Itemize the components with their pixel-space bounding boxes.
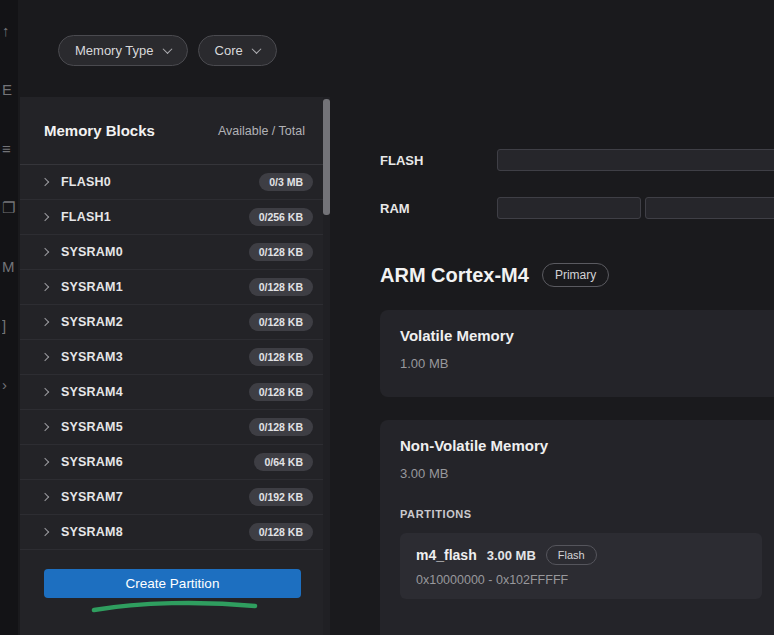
memory-block-name: SYSRAM4 <box>61 385 249 399</box>
nonvolatile-memory-card: Non-Volatile Memory 3.00 MB PARTITIONS m… <box>380 420 774 635</box>
memory-block-name: SYSRAM0 <box>61 245 249 259</box>
chevron-right-icon <box>42 529 61 535</box>
topbar: Memory Type Core <box>58 35 277 66</box>
m-icon: M <box>2 258 18 275</box>
partition-type-badge: Flash <box>546 545 597 565</box>
memory-block-row[interactable]: SYSRAM80/128 KB <box>20 515 325 550</box>
chevron-right-icon <box>42 424 61 430</box>
memory-blocks-header: Memory Blocks Available / Total <box>20 97 325 165</box>
memory-block-name: SYSRAM2 <box>61 315 249 329</box>
core-filter-label: Core <box>215 43 243 58</box>
memory-type-filter[interactable]: Memory Type <box>58 35 188 66</box>
memory-usage-badge: 0/128 KB <box>249 243 313 261</box>
core-name: ARM Cortex-M4 <box>380 264 529 287</box>
flash-gauge-bar <box>497 149 774 171</box>
memory-block-name: SYSRAM8 <box>61 525 249 539</box>
chevron-right-icon: › <box>2 376 18 393</box>
chevron-right-icon <box>42 354 61 360</box>
export-icon: E <box>2 81 18 98</box>
arrow-up-icon: ↑ <box>2 22 18 39</box>
memory-block-row[interactable]: SYSRAM60/64 KB <box>20 445 325 480</box>
memory-usage-badge: 0/128 KB <box>249 313 313 331</box>
activity-rail: ↑E≡❐M]› <box>0 0 18 635</box>
memory-block-row[interactable]: SYSRAM20/128 KB <box>20 305 325 340</box>
window-icon: ❐ <box>2 199 18 217</box>
chevron-right-icon <box>42 179 61 185</box>
memory-usage-badge: 0/128 KB <box>249 278 313 296</box>
memory-block-row[interactable]: SYSRAM70/192 KB <box>20 480 325 515</box>
memory-block-row[interactable]: SYSRAM10/128 KB <box>20 270 325 305</box>
memory-usage-badge: 0/3 MB <box>259 173 313 191</box>
chevron-down-icon <box>162 44 172 54</box>
primary-badge: Primary <box>542 263 609 287</box>
nonvolatile-memory-title: Non-Volatile Memory <box>400 437 762 455</box>
chevron-right-icon <box>42 459 61 465</box>
create-partition-button[interactable]: Create Partition <box>44 569 301 598</box>
bracket-icon: ] <box>2 317 18 334</box>
memory-block-row[interactable]: SYSRAM40/128 KB <box>20 375 325 410</box>
chevron-right-icon <box>42 284 61 290</box>
detail-content: FLASH RAM ARM Cortex-M4 Primary Volatile… <box>380 0 774 635</box>
chevron-right-icon <box>42 494 61 500</box>
app: { "topbar": { "filters": [ { "label": "M… <box>0 0 774 635</box>
chevron-right-icon <box>42 389 61 395</box>
memory-usage-badge: 0/256 KB <box>249 208 313 226</box>
panel-scrollbar[interactable] <box>323 97 330 635</box>
partition-address-range: 0x10000000 - 0x102FFFFF <box>416 573 746 587</box>
scrollbar-thumb[interactable] <box>323 99 330 215</box>
flash-gauge-label: FLASH <box>380 153 423 168</box>
memory-usage-badge: 0/128 KB <box>249 383 313 401</box>
chevron-down-icon <box>251 44 261 54</box>
memory-block-row[interactable]: SYSRAM50/128 KB <box>20 410 325 445</box>
panel-title: Memory Blocks <box>44 122 155 139</box>
volatile-memory-title: Volatile Memory <box>400 327 762 345</box>
panel-subtitle: Available / Total <box>218 124 305 138</box>
memory-block-row[interactable]: SYSRAM30/128 KB <box>20 340 325 375</box>
memory-block-list: FLASH00/3 MBFLASH10/256 KBSYSRAM00/128 K… <box>20 165 325 550</box>
partition-name: m4_flash <box>416 547 477 563</box>
memory-block-name: FLASH0 <box>61 175 259 189</box>
memory-block-row[interactable]: FLASH00/3 MB <box>20 165 325 200</box>
memory-usage-badge: 0/64 KB <box>254 453 313 471</box>
memory-usage-badge: 0/192 KB <box>249 488 313 506</box>
partitions-label: PARTITIONS <box>400 508 762 521</box>
memory-usage-badge: 0/128 KB <box>249 348 313 366</box>
core-heading-row: ARM Cortex-M4 Primary <box>380 263 609 287</box>
partition-item[interactable]: m4_flash 3.00 MB Flash 0x10000000 - 0x10… <box>400 533 762 599</box>
chevron-right-icon <box>42 319 61 325</box>
memory-block-row[interactable]: SYSRAM00/128 KB <box>20 235 325 270</box>
memory-block-name: SYSRAM3 <box>61 350 249 364</box>
memory-block-name: FLASH1 <box>61 210 249 224</box>
nonvolatile-memory-size: 3.00 MB <box>400 466 762 482</box>
volatile-memory-card: Volatile Memory 1.00 MB <box>380 310 774 397</box>
memory-type-filter-label: Memory Type <box>75 43 154 58</box>
memory-block-name: SYSRAM6 <box>61 455 254 469</box>
memory-block-row[interactable]: FLASH10/256 KB <box>20 200 325 235</box>
memory-block-name: SYSRAM7 <box>61 490 249 504</box>
partition-item-header: m4_flash 3.00 MB Flash <box>416 545 746 565</box>
memory-block-name: SYSRAM1 <box>61 280 249 294</box>
core-filter[interactable]: Core <box>198 35 277 66</box>
memory-blocks-panel: Memory Blocks Available / Total FLASH00/… <box>20 97 325 635</box>
memory-usage-badge: 0/128 KB <box>249 418 313 436</box>
chevron-right-icon <box>42 249 61 255</box>
green-underline-annotation <box>90 599 260 614</box>
ram-gauge-label: RAM <box>380 201 410 216</box>
partition-size: 3.00 MB <box>487 548 536 563</box>
list-icon: ≡ <box>2 140 18 157</box>
memory-block-name: SYSRAM5 <box>61 420 249 434</box>
ram-gauge-segment-1 <box>497 197 641 219</box>
memory-usage-badge: 0/128 KB <box>249 523 313 541</box>
ram-gauge-segment-2 <box>645 197 774 219</box>
volatile-memory-size: 1.00 MB <box>400 356 762 372</box>
chevron-right-icon <box>42 214 61 220</box>
